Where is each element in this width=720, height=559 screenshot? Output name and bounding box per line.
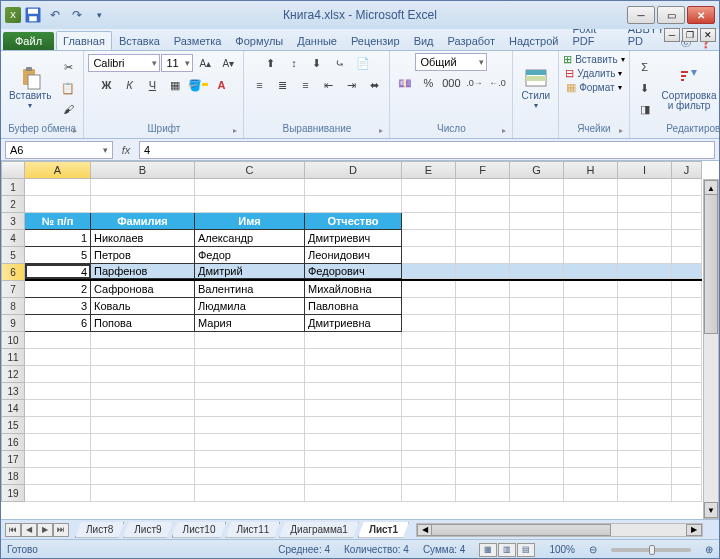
cell-J17[interactable] [672,451,702,468]
cell-C3[interactable]: Имя [195,213,305,230]
cell-J15[interactable] [672,417,702,434]
cell-J18[interactable] [672,468,702,485]
cell-H2[interactable] [564,196,618,213]
cell-E17[interactable] [402,451,456,468]
insert-cells-icon[interactable]: ⊞ [563,53,572,66]
tab-home[interactable]: Главная [56,31,112,50]
cell-E6[interactable] [402,264,456,279]
cell-B9[interactable]: Попова [91,315,195,332]
delete-cells-icon[interactable]: ⊟ [565,67,574,80]
cell-F17[interactable] [456,451,510,468]
cell-F1[interactable] [456,179,510,196]
row-header-4[interactable]: 4 [1,230,25,247]
wrap-text-icon[interactable]: 📄 [352,53,374,73]
cell-G14[interactable] [510,400,564,417]
currency-icon[interactable]: 💷 [394,73,416,93]
align-center-icon[interactable]: ≣ [271,75,293,95]
bold-button[interactable]: Ж [95,75,117,95]
align-middle-icon[interactable]: ↕ [283,53,305,73]
cell-D10[interactable] [305,332,402,349]
cell-B16[interactable] [91,434,195,451]
cell-F4[interactable] [456,230,510,247]
row-header-1[interactable]: 1 [1,179,25,196]
cell-H5[interactable] [564,247,618,264]
cell-C17[interactable] [195,451,305,468]
cell-B8[interactable]: Коваль [91,298,195,315]
cell-B6[interactable]: Парфенов [91,264,195,279]
fill-icon[interactable]: ⬇ [634,78,656,98]
cell-F3[interactable] [456,213,510,230]
cell-G13[interactable] [510,383,564,400]
row-header-3[interactable]: 3 [1,213,25,230]
cell-J2[interactable] [672,196,702,213]
tab-view[interactable]: Вид [407,31,441,50]
cell-B4[interactable]: Николаев [91,230,195,247]
fx-icon[interactable]: fx [117,141,135,159]
styles-button[interactable]: Стили▾ [517,64,554,112]
cell-D12[interactable] [305,366,402,383]
cells-area[interactable]: № п/пФамилияИмяОтчество1НиколаевАлександ… [25,179,702,502]
formula-input[interactable]: 4 [139,141,715,159]
vertical-scrollbar[interactable] [703,179,719,519]
cell-H4[interactable] [564,230,618,247]
cell-F10[interactable] [456,332,510,349]
cell-H1[interactable] [564,179,618,196]
cell-J12[interactable] [672,366,702,383]
cell-F9[interactable] [456,315,510,332]
cell-C5[interactable]: Федор [195,247,305,264]
cell-G10[interactable] [510,332,564,349]
decrease-indent-icon[interactable]: ⇤ [317,75,339,95]
cell-G11[interactable] [510,349,564,366]
cell-B5[interactable]: Петров [91,247,195,264]
cell-J7[interactable] [672,281,702,298]
cell-D4[interactable]: Дмитриевич [305,230,402,247]
col-header-A[interactable]: A [25,161,91,179]
view-layout-icon[interactable]: ▥ [498,543,516,557]
align-right-icon[interactable]: ≡ [294,75,316,95]
cell-H3[interactable] [564,213,618,230]
cell-I9[interactable] [618,315,672,332]
cell-E14[interactable] [402,400,456,417]
cell-D1[interactable] [305,179,402,196]
cell-G9[interactable] [510,315,564,332]
cell-D8[interactable]: Павловна [305,298,402,315]
redo-icon[interactable]: ↷ [67,5,87,25]
cell-B3[interactable]: Фамилия [91,213,195,230]
cell-C4[interactable]: Александр [195,230,305,247]
row-header-12[interactable]: 12 [1,366,25,383]
cell-B12[interactable] [91,366,195,383]
cell-I7[interactable] [618,281,672,298]
cell-A2[interactable] [25,196,91,213]
cell-G16[interactable] [510,434,564,451]
row-headers[interactable]: 12345678910111213141516171819 [1,179,25,502]
row-header-6[interactable]: 6 [1,264,25,281]
cell-E15[interactable] [402,417,456,434]
cell-D9[interactable]: Дмитриевна [305,315,402,332]
format-painter-icon[interactable]: 🖌 [57,99,79,119]
cell-J13[interactable] [672,383,702,400]
number-format-combo[interactable]: Общий [415,53,487,71]
cell-A5[interactable]: 5 [25,247,91,264]
sort-filter-button[interactable]: Сортировка и фильтр [658,64,720,113]
col-header-G[interactable]: G [510,161,564,179]
cell-A15[interactable] [25,417,91,434]
cell-E19[interactable] [402,485,456,502]
column-headers[interactable]: ABCDEFGHIJ [25,161,719,179]
vscroll-thumb[interactable] [704,194,718,334]
comma-icon[interactable]: 000 [440,73,462,93]
font-name-combo[interactable]: Calibri [88,54,160,72]
cell-C13[interactable] [195,383,305,400]
cell-D11[interactable] [305,349,402,366]
cell-G18[interactable] [510,468,564,485]
cell-I1[interactable] [618,179,672,196]
cell-F2[interactable] [456,196,510,213]
cell-D17[interactable] [305,451,402,468]
sheet-tab-Лист9[interactable]: Лист9 [123,522,172,538]
font-size-combo[interactable]: 11 [161,54,193,72]
cell-A6[interactable]: 4 [25,264,91,279]
cell-D15[interactable] [305,417,402,434]
cell-I12[interactable] [618,366,672,383]
italic-button[interactable]: К [118,75,140,95]
row-header-13[interactable]: 13 [1,383,25,400]
mdi-close[interactable]: ✕ [700,28,716,42]
